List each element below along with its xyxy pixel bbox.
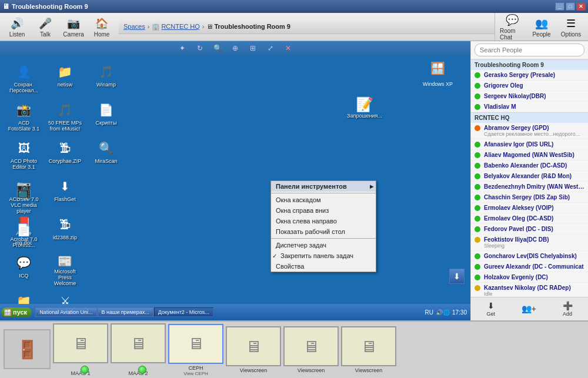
refresh-button[interactable]: ↻ xyxy=(193,43,206,53)
person-info-p17: Gureev Alexandr (DC - Communicat xyxy=(484,263,584,270)
get-icon: ⬇ xyxy=(487,301,495,310)
taskbar-item-1[interactable]: National Aviation Uni... xyxy=(35,307,96,317)
taskbar-item-2[interactable]: В наши примерах... xyxy=(98,307,153,317)
context-menu-cascade[interactable]: Окна каскадом xyxy=(271,195,376,205)
person-item-p16[interactable]: Goncharov Lev(DIS Chelyabinsk) xyxy=(471,251,588,262)
desktop-icon-flashget[interactable]: ⬇ FlashGet xyxy=(46,175,84,213)
monitor-icon-ceph: 🖥 xyxy=(188,334,204,353)
desktop-icon-ing-doc[interactable]: 📄 ing.doc xyxy=(5,218,43,249)
scroll-down-button[interactable]: ⬇ xyxy=(449,269,465,284)
grid-button[interactable]: ⊞ xyxy=(246,43,259,53)
people-group-troubleshooting: Troubleshooting Room 9 xyxy=(471,59,588,70)
desktop-close-button[interactable]: ✕ xyxy=(282,43,295,53)
desktop-icon-id2388[interactable]: 🗜 id2388.zip xyxy=(46,213,84,251)
thumbnail-view3[interactable]: 🖥Viewscreen xyxy=(341,326,396,373)
context-menu-toolbars[interactable]: Панели инструментов xyxy=(271,181,376,192)
thumbnail-label-view2: Viewscreen xyxy=(298,367,325,373)
person-item-p7[interactable]: Aliaev Magomed (WAN WestSib) xyxy=(471,150,588,160)
person-info-p9: Belyakov Alexander (R&D Mon) xyxy=(484,173,584,179)
person-item-p6[interactable]: Afanasiev Igor (DIS URL) xyxy=(471,139,588,150)
people-button[interactable]: 👥 People xyxy=(528,15,555,39)
desktop-icon-icq[interactable]: 💬 ICQ xyxy=(5,251,43,289)
desktop-icon-vlc[interactable]: 📺 VLC media player xyxy=(5,180,43,217)
breadcrumb-rcntec[interactable]: RCNTEC HQ xyxy=(161,23,199,30)
home-button[interactable]: 🏠 Home xyxy=(88,15,115,39)
sparkle-button[interactable]: ✦ xyxy=(176,43,189,53)
person-item-p10[interactable]: Bezdenezhnyh Dmitry (WAN WestSib xyxy=(471,182,588,192)
person-item-p1[interactable]: Gerasko Sergey (Presale) xyxy=(471,70,588,81)
camera-button[interactable]: 📷 Camera xyxy=(60,15,87,39)
context-menu-tile-v[interactable]: Окна слева направо xyxy=(271,216,376,226)
maximize-button[interactable]: □ xyxy=(566,2,575,11)
get-button[interactable]: ⬇ Get xyxy=(484,300,497,318)
thumbnail-label-view1: Viewscreen xyxy=(240,367,267,373)
options-label: Options xyxy=(561,31,581,38)
person-info-p8: Babenko Alexander (DC-ASD) xyxy=(484,162,584,169)
status-dot-p7 xyxy=(475,152,480,158)
person-item-p19[interactable]: Kazantsev Nikolay (DC RADep)Idle xyxy=(471,283,588,297)
people-list: Troubleshooting Room 9Gerasko Sergey (Pr… xyxy=(471,59,588,297)
context-menu-lock-taskbar[interactable]: Закрепить панель задач xyxy=(271,250,376,261)
thumbnail-maas1[interactable]: 🖥MAAS 1 xyxy=(53,323,108,376)
desktop-icon-mirascan[interactable]: 🔍 MiraScan xyxy=(87,136,125,175)
context-menu-properties[interactable]: Свойства xyxy=(271,261,376,272)
desktop-icon-winamp[interactable]: 🎵 Winamp xyxy=(87,60,125,98)
start-button[interactable]: 🪟 пуск xyxy=(1,307,32,317)
thumbnail-ceph[interactable]: 🖥CEPHView CEPH xyxy=(168,324,223,376)
person-item-p12[interactable]: Ermolaev Aleksey (VOIP) xyxy=(471,203,588,213)
listen-button[interactable]: 🔊 Listen xyxy=(4,15,31,39)
people-icon: 👥 xyxy=(534,16,549,31)
person-item-p15[interactable]: Feoktistov Iliya(DC DB)Sleeping xyxy=(471,235,588,251)
home-label: Home xyxy=(94,31,110,38)
person-item-p4[interactable]: Vladislav M xyxy=(471,102,588,112)
context-menu-show-desktop[interactable]: Показать рабочий стол xyxy=(271,226,376,237)
room-chat-button[interactable]: 💬 Room Chat xyxy=(499,12,526,42)
desktop-icon-acd-photo[interactable]: 🖼 ACD Photo Editor 3.1 xyxy=(5,136,43,175)
monitor-icon-view3: 🖥 xyxy=(360,337,377,356)
minimize-button[interactable]: _ xyxy=(555,2,564,11)
person-item-p8[interactable]: Babenko Alexander (DC-ASD) xyxy=(471,160,588,171)
desktop-icon-50mp3[interactable]: 🎵 50 FREE MPs from eMusic! xyxy=(46,98,84,136)
person-item-p2[interactable]: Grigorev Oleg xyxy=(471,81,588,91)
person-name-p13: Ermolaev Oleg (DC-ASD) xyxy=(484,215,584,222)
taskbar-item-3[interactable]: Документ2 - Micros... xyxy=(154,307,213,317)
desktop-icon-save[interactable]: 👤 Сохран.Персонал... xyxy=(5,60,43,98)
thumbnail-maas2[interactable]: 🖥MAAS 2 xyxy=(111,323,166,376)
desktop-toolbar: ✦ ↻ 🔍 ⊕ ⊞ ⤢ ✕ xyxy=(0,41,470,55)
desktop-icon-acd-fotoslate[interactable]: 📸 ACD FotoSlate 3.1 xyxy=(5,98,43,136)
person-item-p9[interactable]: Belyakov Alexander (R&D Mon) xyxy=(471,171,588,182)
desktop-icon-scripts[interactable]: 📄 Скрипты xyxy=(87,98,125,136)
person-name-p14: Fedorov Pavel (DC - DIS) xyxy=(484,226,584,232)
thumbnail-view2[interactable]: 🖥Viewscreen xyxy=(283,326,339,373)
thumbnail-blank[interactable]: 🚪 xyxy=(4,329,51,370)
breadcrumb-spaces[interactable]: Spaces xyxy=(123,23,145,30)
zoom-button[interactable]: 🔍 xyxy=(211,43,224,53)
expand-button[interactable]: ⤢ xyxy=(264,43,277,53)
context-menu: Панели инструментов Окна каскадом Окна с… xyxy=(270,180,376,272)
thumbnail-view1[interactable]: 🖥Viewscreen xyxy=(226,326,281,373)
person-item-p14[interactable]: Fedorov Pavel (DC - DIS) xyxy=(471,224,588,235)
desktop-icon-netisw[interactable]: 📁 netisw xyxy=(46,60,84,98)
context-menu-task-manager[interactable]: Диспетчер задач xyxy=(271,240,376,250)
desktop-icon-winxp[interactable]: 🪟 Windows XP xyxy=(423,61,453,87)
person-item-p11[interactable]: Chaschin Sergey (DIS Zap Sib) xyxy=(471,192,588,203)
person-info-p15: Feoktistov Iliya(DC DB)Sleeping xyxy=(484,236,584,249)
target-button[interactable]: ⊕ xyxy=(229,43,242,53)
person-item-p18[interactable]: Holzakov Evgeniy (DC) xyxy=(471,272,588,283)
desktop-icon-ms-press[interactable]: 📰 Microsoft Press Welcome xyxy=(46,251,84,289)
breadcrumb: Spaces › 🏢 RCNTEC HQ › 🖥 Troubleshooting… xyxy=(119,20,495,34)
person-item-p13[interactable]: Ermolaev Oleg (DC-ASD) xyxy=(471,213,588,224)
options-button[interactable]: ☰ Options xyxy=(557,15,584,39)
add-button[interactable]: ➕ Add xyxy=(560,300,575,318)
search-input[interactable] xyxy=(475,44,584,56)
person-item-p5[interactable]: Abramov Sergey (GPD)Сдается рекламное ме… xyxy=(471,123,588,139)
person-item-p3[interactable]: Sergeev Nikolay(DBR) xyxy=(471,91,588,102)
desktop-icon-document[interactable]: 📝 Запрошения... xyxy=(347,96,382,119)
talk-button[interactable]: 🎤 Talk xyxy=(32,15,59,39)
person-item-p17[interactable]: Gureev Alexandr (DC - Communicat xyxy=(471,262,588,272)
context-menu-tile-h[interactable]: Окна справа вниз xyxy=(271,205,376,216)
close-button[interactable]: ✕ xyxy=(576,2,586,11)
desktop-icon-coryphae[interactable]: 🗜 Coryphae.ZIP xyxy=(46,136,84,175)
add-people-button[interactable]: 👥+ xyxy=(519,303,539,315)
thumb-green-dot-maas1 xyxy=(81,366,89,374)
